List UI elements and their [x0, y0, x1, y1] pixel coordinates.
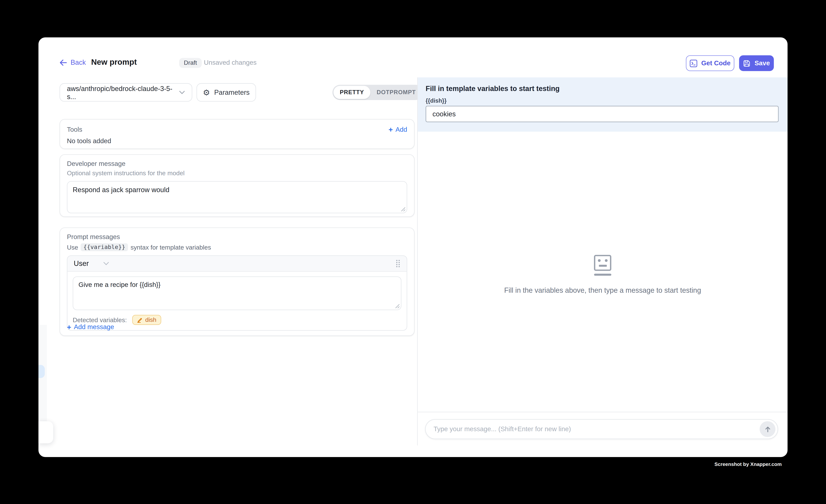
clipped-popover-selected-item: [39, 365, 45, 378]
message-block: User Give me a recipe for {{dish}}: [67, 255, 407, 331]
add-message-label: Add message: [74, 323, 114, 331]
chat-divider: [418, 412, 787, 412]
variable-value-input[interactable]: [426, 106, 778, 122]
empty-state: Fill in the variables above, then type a…: [418, 255, 787, 294]
prompt-messages-hint: Use {{variable}} syntax for template var…: [67, 243, 407, 251]
app-window: Back New prompt Draft Unsaved changes Ge…: [39, 37, 787, 457]
message-body: Give me a recipe for {{dish}} Detected v…: [67, 272, 407, 330]
save-label: Save: [755, 60, 770, 67]
model-selector[interactable]: aws/anthropic/bedrock-claude-3-5-s...: [60, 83, 192, 102]
empty-state-text: Fill in the variables above, then type a…: [418, 287, 787, 295]
toggle-option-pretty[interactable]: PRETTY: [334, 86, 370, 99]
message-role-value: User: [74, 259, 89, 267]
tools-panel: Tools Add No tools added: [60, 119, 414, 149]
send-button[interactable]: [760, 421, 775, 437]
clipped-popover-box: [39, 421, 53, 443]
message-content-input[interactable]: Give me a recipe for {{dish}}: [73, 276, 401, 310]
watermark-text: Screenshot by Xnapper.com: [714, 461, 782, 467]
hint-suffix: syntax for template variables: [130, 244, 211, 251]
tools-label: Tools: [67, 126, 82, 133]
chevron-down-icon: [103, 262, 109, 265]
gear-icon: ⚙: [203, 88, 210, 96]
arrow-up-icon: [764, 426, 771, 433]
template-variables-section: Fill in template variables to start test…: [418, 77, 787, 132]
developer-message-hint: Optional system instructions for the mod…: [67, 170, 407, 177]
variable-chip-label: dish: [145, 316, 156, 323]
status-badge: Draft: [179, 58, 201, 68]
parameters-button[interactable]: ⚙ Parameters: [196, 83, 256, 102]
edit-pencil-icon: [137, 317, 143, 323]
message-role-select[interactable]: User: [74, 259, 109, 267]
save-button[interactable]: Save: [739, 55, 774, 71]
code-icon: [690, 59, 698, 67]
model-selector-value: aws/anthropic/bedrock-claude-3-5-s...: [67, 84, 179, 100]
robot-face-icon: [594, 255, 611, 276]
back-arrow-icon: [60, 59, 67, 66]
template-variables-title: Fill in template variables to start test…: [426, 85, 778, 93]
screenshot-stage: Back New prompt Draft Unsaved changes Ge…: [0, 0, 826, 504]
detected-variables-row: Detected variables: dish: [73, 315, 401, 325]
developer-message-input[interactable]: Respond as jack sparrow would: [67, 181, 407, 213]
chat-message-input[interactable]: [433, 425, 760, 433]
resize-handle-icon[interactable]: [401, 207, 406, 212]
get-code-label: Get Code: [701, 60, 731, 67]
resize-handle-icon[interactable]: [395, 304, 400, 309]
unsaved-changes-note: Unsaved changes: [204, 59, 257, 66]
chevron-down-icon: [179, 90, 185, 94]
prompt-messages-panel: Prompt messages Use {{variable}} syntax …: [60, 228, 414, 336]
back-button[interactable]: Back: [60, 58, 86, 66]
developer-message-panel: Developer message Optional system instru…: [60, 154, 414, 217]
message-header: User: [67, 256, 407, 272]
add-tool-label: Add: [396, 126, 407, 133]
save-icon: [743, 59, 751, 67]
chat-input-container: [425, 419, 778, 439]
prompt-messages-label: Prompt messages: [67, 233, 407, 241]
page-title: New prompt: [91, 57, 137, 66]
back-label: Back: [71, 58, 86, 66]
hint-prefix: Use: [67, 244, 78, 251]
parameters-label: Parameters: [214, 88, 250, 96]
variable-syntax-chip: {{variable}}: [81, 243, 128, 251]
detected-variables-label: Detected variables:: [73, 316, 127, 323]
toggle-option-dotprompt[interactable]: DOTPROMPT: [370, 86, 422, 99]
add-message-button[interactable]: Add message: [67, 323, 114, 331]
view-mode-toggle: PRETTY DOTPROMPT: [333, 85, 423, 100]
get-code-button[interactable]: Get Code: [686, 55, 734, 71]
variable-name-label: {{dish}}: [426, 98, 778, 104]
drag-handle-icon[interactable]: [396, 259, 400, 267]
tools-empty-text: No tools added: [67, 137, 407, 145]
developer-message-label: Developer message: [67, 160, 407, 167]
variable-chip-dish[interactable]: dish: [132, 315, 161, 325]
add-tool-button[interactable]: Add: [389, 126, 407, 133]
